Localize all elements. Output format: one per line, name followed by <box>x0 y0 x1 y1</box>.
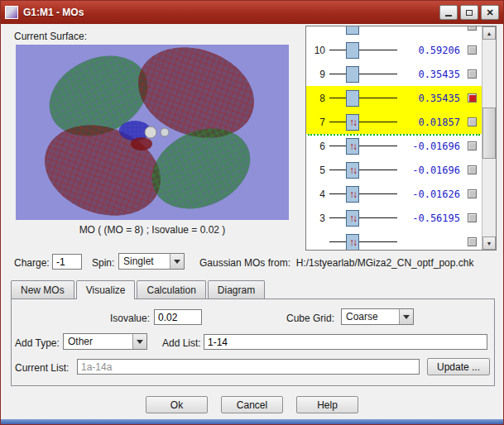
mo-checkbox[interactable] <box>468 165 477 174</box>
spin-select[interactable]: Singlet <box>118 253 185 270</box>
tab-bar: New MOs Visualize Calculation Diagram <box>11 280 266 299</box>
level-line <box>329 217 346 218</box>
mo-row[interactable]: ↑↓ <box>306 230 482 250</box>
mo-number: 3 <box>308 212 329 224</box>
orbital-box[interactable] <box>346 90 359 107</box>
mo-checkbox[interactable] <box>468 45 477 55</box>
mo-surface-viewport[interactable] <box>16 45 289 220</box>
tab-diagram[interactable]: Diagram <box>208 280 265 298</box>
add-list-input[interactable] <box>204 334 487 350</box>
mo-checkbox[interactable] <box>468 189 477 198</box>
level-line <box>359 50 397 50</box>
scrollbar-thumb[interactable] <box>482 107 496 159</box>
mo-row[interactable]: 9 0.35435 <box>306 62 482 86</box>
spin-label: Spin: <box>92 257 114 269</box>
mo-row-selected[interactable]: 8 0.35435 <box>306 86 482 110</box>
app-icon <box>5 6 18 19</box>
mo-number: 4 <box>308 189 329 200</box>
mo-row[interactable]: 3 ↑↓ -0.56195 <box>306 206 482 230</box>
restore-icon <box>466 10 473 16</box>
chevron-down-icon <box>132 334 146 349</box>
level-line <box>359 122 397 122</box>
mo-number: 10 <box>308 45 329 56</box>
mo-number: 9 <box>308 69 329 80</box>
charge-input[interactable] <box>52 254 82 270</box>
tab-calculation[interactable]: Calculation <box>137 280 205 298</box>
orbital-box[interactable]: ↑↓ <box>346 162 359 179</box>
current-list-label: Current List: <box>15 362 69 374</box>
level-line <box>329 170 346 170</box>
mo-checkbox[interactable] <box>468 213 477 222</box>
add-list-label: Add List: <box>162 337 201 349</box>
orbital-box[interactable] <box>346 26 359 35</box>
restore-button[interactable] <box>460 5 478 20</box>
update-button[interactable]: Update ... <box>427 358 490 375</box>
orbital-box[interactable] <box>346 66 359 83</box>
mo-source-label: Gaussian MOs from: <box>199 257 290 269</box>
electron-pair-icon: ↑↓ <box>349 116 356 129</box>
level-line <box>329 146 346 146</box>
mo-checkbox-selected[interactable] <box>468 93 477 103</box>
mo-number: 6 <box>308 141 329 152</box>
mo-energy: 0.59206 <box>397 45 460 56</box>
scrollbar-up-button[interactable]: ▲ <box>482 26 496 40</box>
level-line <box>329 122 346 122</box>
isovalue-label: Isovalue: <box>63 313 150 324</box>
level-line <box>359 193 397 194</box>
mo-energy: 0.35435 <box>397 69 460 80</box>
mo-row[interactable]: 5 ↑↓ -0.01696 <box>306 158 482 182</box>
tab-new-mos[interactable]: New MOs <box>11 280 74 298</box>
tab-visualize[interactable]: Visualize <box>76 280 136 299</box>
minimize-button[interactable] <box>439 5 458 20</box>
level-line <box>329 193 346 194</box>
cube-grid-label: Cube Grid: <box>286 313 334 324</box>
mo-list-scrollbar[interactable]: ▲ ▼ <box>482 26 496 250</box>
orbital-box[interactable] <box>346 42 359 59</box>
electron-pair-icon: ↑↓ <box>349 236 356 249</box>
mo-row[interactable]: 6 ↑↓ -0.01696 <box>306 134 482 158</box>
scrollbar-up-icon: ▲ <box>487 31 492 36</box>
current-list-input[interactable] <box>77 359 420 375</box>
cancel-button[interactable]: Cancel <box>221 396 283 413</box>
level-line <box>329 74 346 74</box>
title-bar[interactable]: G1:M1 - MOs ✕ <box>1 1 503 24</box>
mo-checkbox[interactable] <box>468 26 477 31</box>
add-type-select[interactable]: Other <box>63 333 147 350</box>
mo-checkbox[interactable] <box>468 237 477 246</box>
surface-caption: MO ( (MO = 8) ; Isovalue = 0.02 ) <box>16 224 289 236</box>
mo-number: 5 <box>308 165 329 176</box>
charge-label: Charge: <box>14 257 50 269</box>
mo-checkbox[interactable] <box>468 69 477 79</box>
mo-row-selected[interactable]: 7 ↑↓ 0.01857 <box>306 110 482 134</box>
orbital-box[interactable]: ↑↓ <box>346 210 359 227</box>
mo-list-panel: 10 0.59206 9 0.35435 8 0.35435 <box>305 26 497 251</box>
mo-energy: -0.56195 <box>397 212 460 224</box>
mo-number: 7 <box>308 117 329 128</box>
orbital-box[interactable]: ↑↓ <box>346 234 359 251</box>
isovalue-input[interactable] <box>154 309 202 325</box>
mo-row[interactable] <box>306 26 482 38</box>
level-line <box>359 241 397 242</box>
add-type-value: Other <box>64 336 132 347</box>
orbital-box[interactable]: ↑↓ <box>346 114 359 131</box>
orbital-box[interactable]: ↑↓ <box>346 186 359 203</box>
mo-list: 10 0.59206 9 0.35435 8 0.35435 <box>306 26 482 250</box>
close-icon: ✕ <box>486 8 493 17</box>
ok-button[interactable]: Ok <box>146 396 208 413</box>
mo-row[interactable]: 4 ↑↓ -0.01626 <box>306 182 482 206</box>
close-button[interactable]: ✕ <box>481 5 499 20</box>
cube-grid-select[interactable]: Coarse <box>341 308 414 325</box>
electron-pair-icon: ↑↓ <box>349 212 356 225</box>
mo-energy: -0.01626 <box>397 189 460 200</box>
help-button[interactable]: Help <box>296 396 358 413</box>
electron-pair-icon: ↑↓ <box>349 164 356 177</box>
scrollbar-down-button[interactable]: ▼ <box>482 236 496 250</box>
mo-checkbox[interactable] <box>468 117 477 127</box>
window-title: G1:M1 - MOs <box>23 7 437 18</box>
orbital-box[interactable]: ↑↓ <box>346 138 359 155</box>
level-line <box>359 74 397 74</box>
mo-row[interactable]: 10 0.59206 <box>306 38 482 62</box>
add-type-label: Add Type: <box>15 337 60 349</box>
chevron-down-icon <box>399 309 413 324</box>
mo-checkbox[interactable] <box>468 141 477 150</box>
